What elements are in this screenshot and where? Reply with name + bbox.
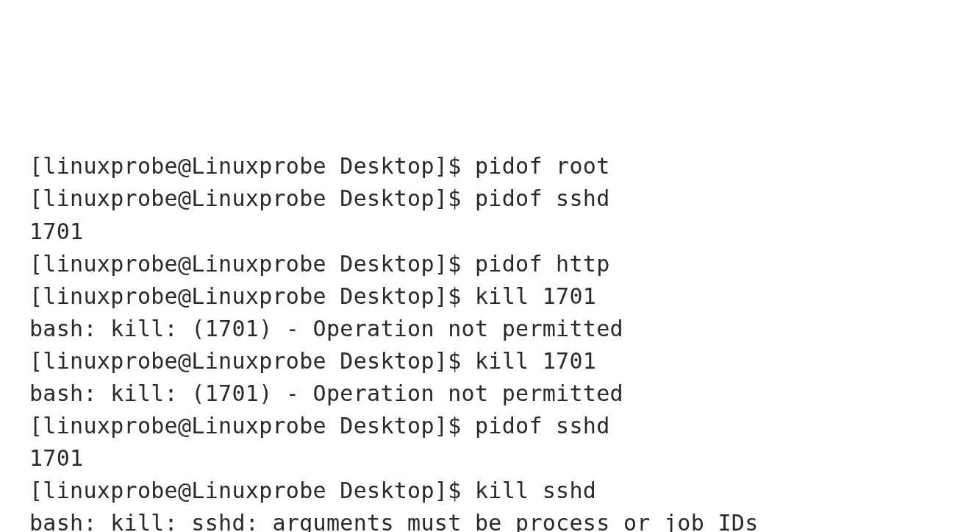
shell-prompt: [linuxprobe@Linuxprobe Desktop]$ xyxy=(29,478,475,503)
command-text: pidof sshd xyxy=(475,185,610,211)
shell-prompt: [linuxprobe@Linuxprobe Desktop]$ xyxy=(29,348,475,374)
command-text: pidof root xyxy=(475,153,610,179)
command-text: kill sshd xyxy=(475,478,596,503)
shell-prompt: [linuxprobe@Linuxprobe Desktop]$ xyxy=(29,413,475,439)
terminal-line: 1701 xyxy=(29,216,951,248)
output-text: 1701 xyxy=(29,445,83,471)
command-text: kill 1701 xyxy=(475,348,596,374)
terminal-line: bash: kill: (1701) - Operation not permi… xyxy=(29,377,951,410)
terminal-line: [linuxprobe@Linuxprobe Desktop]$ pidof h… xyxy=(29,248,951,280)
terminal-line: [linuxprobe@Linuxprobe Desktop]$ pidof s… xyxy=(29,410,951,442)
terminal-line: [linuxprobe@Linuxprobe Desktop]$ kill ss… xyxy=(29,475,951,507)
command-text: kill 1701 xyxy=(475,283,596,309)
command-text: pidof sshd xyxy=(475,413,610,439)
output-text: 1701 xyxy=(29,219,83,244)
shell-prompt: [linuxprobe@Linuxprobe Desktop]$ xyxy=(29,185,475,211)
command-text: pidof http xyxy=(475,251,610,277)
terminal-line: [linuxprobe@Linuxprobe Desktop]$ pidof s… xyxy=(29,182,951,215)
shell-prompt: [linuxprobe@Linuxprobe Desktop]$ xyxy=(29,251,475,277)
terminal-output[interactable]: [linuxprobe@Linuxprobe Desktop]$ pidof r… xyxy=(29,150,951,532)
shell-prompt: [linuxprobe@Linuxprobe Desktop]$ xyxy=(29,153,475,179)
output-text: bash: kill: (1701) - Operation not permi… xyxy=(29,380,623,406)
terminal-line: bash: kill: (1701) - Operation not permi… xyxy=(29,313,951,345)
shell-prompt: [linuxprobe@Linuxprobe Desktop]$ xyxy=(29,283,475,309)
terminal-line: [linuxprobe@Linuxprobe Desktop]$ pidof r… xyxy=(29,150,951,182)
output-text: bash: kill: (1701) - Operation not permi… xyxy=(29,316,623,341)
terminal-line: [linuxprobe@Linuxprobe Desktop]$ kill 17… xyxy=(29,280,951,313)
output-text: bash: kill: sshd: arguments must be proc… xyxy=(29,510,759,532)
terminal-line: 1701 xyxy=(29,442,951,475)
terminal-line: [linuxprobe@Linuxprobe Desktop]$ kill 17… xyxy=(29,345,951,377)
terminal-line: bash: kill: sshd: arguments must be proc… xyxy=(29,507,951,532)
